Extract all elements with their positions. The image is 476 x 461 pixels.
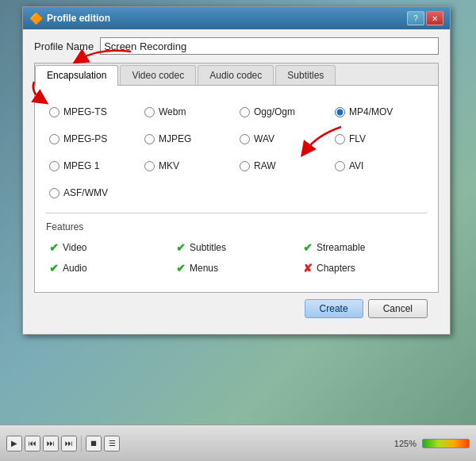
radio-raw[interactable] [240,161,250,171]
profile-name-label: Profile Name [34,40,94,52]
option-avi[interactable]: AVI [332,152,427,179]
option-mpeg1[interactable]: MPEG 1 [46,152,141,179]
radio-ogg-ogm[interactable] [240,107,250,117]
prev-frame-button[interactable]: ⏭ [43,436,59,451]
feature-streamable: ✔ Streamable [300,239,427,256]
volume-bar[interactable] [422,439,470,448]
check-icon-audio: ✔ [49,262,59,275]
option-mkv[interactable]: MKV [141,152,236,179]
tab-video-codec[interactable]: Video codec [120,65,196,85]
option-mpeg-ts[interactable]: MPEG-TS [46,98,141,125]
radio-mkv[interactable] [144,161,155,171]
tab-encapsulation[interactable]: Encapsulation [35,65,118,86]
help-button[interactable]: ? [407,11,424,25]
feature-menus: ✔ Menus [173,259,300,277]
volume-label: 125% [394,439,416,448]
radio-mjpeg[interactable] [144,134,155,144]
tab-header: Encapsulation Video codec Audio codec Su… [35,63,438,86]
radio-mpeg1[interactable] [49,161,60,171]
footer: Create Cancel [34,293,439,326]
encapsulation-options: MPEG-TS Webm Ogg/Ogm MP4/MOV [46,98,427,206]
vlc-icon: 🔶 [29,12,42,25]
features-title: Features [46,221,427,232]
check-icon-streamable: ✔ [303,241,313,254]
title-bar: 🔶 Profile edition ? ✕ [23,7,450,29]
features-grid: ✔ Video ✔ Subtitles ✔ Streamable [46,239,427,277]
feature-audio: ✔ Audio [46,259,173,277]
option-mp4-mov[interactable]: MP4/MOV [332,98,427,125]
stop-button[interactable]: ⏹ [86,436,102,451]
tab-content-encapsulation: MPEG-TS Webm Ogg/Ogm MP4/MOV [35,86,438,292]
media-bar: ▶ ⏮ ⏭ ⏭ ⏹ ☰ 125% [0,425,476,461]
option-mpeg-ps[interactable]: MPEG-PS [46,125,141,152]
play-button[interactable]: ▶ [6,436,22,451]
check-icon-video: ✔ [49,241,59,254]
radio-avi[interactable] [335,161,345,171]
profile-name-row: Profile Name [34,37,439,55]
option-asfwmv[interactable]: ASF/WMV [46,179,141,206]
check-icon-subtitles: ✔ [176,241,186,254]
option-flv[interactable]: FLV [332,125,427,152]
feature-chapters: ✘ Chapters [300,259,427,277]
radio-mpeg-ts[interactable] [49,107,60,117]
feature-video: ✔ Video [46,239,173,256]
check-icon-menus: ✔ [176,262,186,275]
option-ogg-ogm[interactable]: Ogg/Ogm [236,98,332,125]
radio-webm[interactable] [144,107,155,117]
tabs-container: Encapsulation Video codec Audio codec Su… [34,63,439,293]
cancel-button[interactable]: Cancel [368,299,428,318]
option-raw[interactable]: RAW [236,152,332,179]
option-mjpeg[interactable]: MJPEG [141,125,236,152]
option-wav[interactable]: WAV [236,125,332,152]
close-button[interactable]: ✕ [426,11,443,25]
radio-wav[interactable] [240,134,250,144]
option-webm[interactable]: Webm [141,98,236,125]
cross-icon-chapters: ✘ [303,262,313,275]
features-section: Features ✔ Video ✔ Subtitles ✔ [46,213,427,277]
create-button[interactable]: Create [305,299,363,318]
title-bar-buttons: ? ✕ [407,11,443,25]
prev-button[interactable]: ⏮ [25,436,40,451]
next-button[interactable]: ⏭ [61,436,77,451]
separator [81,436,82,451]
radio-asfwmv[interactable] [49,188,60,198]
radio-mp4-mov[interactable] [335,107,345,117]
tab-subtitles[interactable]: Subtitles [275,65,336,85]
radio-flv[interactable] [335,134,345,144]
radio-mpeg-ps[interactable] [49,134,60,144]
tab-audio-codec[interactable]: Audio codec [198,65,274,85]
profile-name-input[interactable] [100,37,439,55]
window-title: Profile edition [47,13,110,24]
feature-subtitles: ✔ Subtitles [173,239,300,256]
menu-button[interactable]: ☰ [104,436,120,451]
